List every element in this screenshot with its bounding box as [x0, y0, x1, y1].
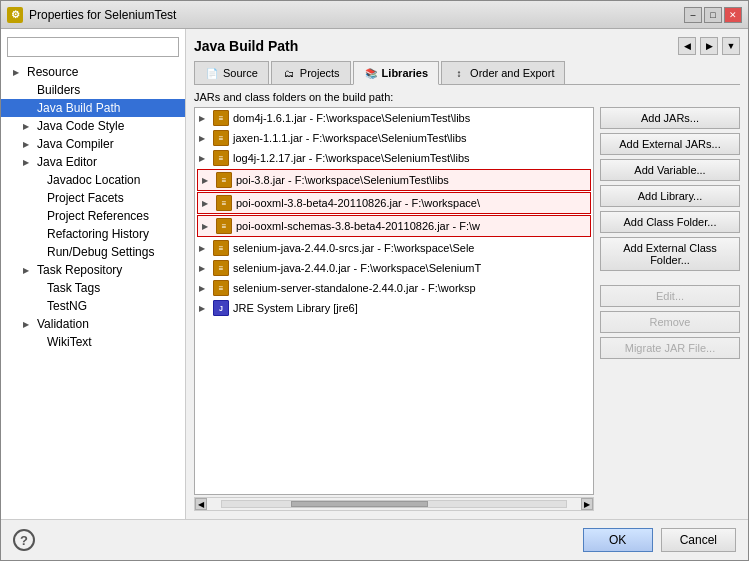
- tab-label-source: Source: [223, 67, 258, 79]
- nav-forward-icon[interactable]: ▶: [700, 37, 718, 55]
- jar-item-jaxen[interactable]: ▶≡jaxen-1.1.1.jar - F:\workspace\Seleniu…: [195, 128, 593, 148]
- sidebar-item-testng[interactable]: TestNG: [1, 297, 185, 315]
- nav-back-icon[interactable]: ◀: [678, 37, 696, 55]
- add-class-folder-button[interactable]: Add Class Folder...: [600, 211, 740, 233]
- horizontal-scrollbar[interactable]: ◀ ▶: [194, 497, 594, 511]
- jar-item-selenium-srcs[interactable]: ▶≡selenium-java-2.44.0-srcs.jar - F:\wor…: [195, 238, 593, 258]
- sidebar-item-project-references[interactable]: Project References: [1, 207, 185, 225]
- sidebar-item-label: Validation: [37, 317, 89, 331]
- jar-arrow-icon: ▶: [202, 222, 212, 231]
- libraries-tab-icon: 📚: [364, 66, 378, 80]
- maximize-button[interactable]: □: [704, 7, 722, 23]
- jar-item-poi-ooxml[interactable]: ▶≡poi-ooxml-3.8-beta4-20110826.jar - F:\…: [197, 192, 591, 214]
- sidebar-item-task-tags[interactable]: Task Tags: [1, 279, 185, 297]
- jar-item-selenium-server[interactable]: ▶≡selenium-server-standalone-2.44.0.jar …: [195, 278, 593, 298]
- search-input[interactable]: [7, 37, 179, 57]
- scrollbar-thumb[interactable]: [291, 501, 429, 507]
- sidebar-item-refactoring-history[interactable]: Refactoring History: [1, 225, 185, 243]
- dropdown-icon[interactable]: ▼: [722, 37, 740, 55]
- sidebar-item-label: Task Repository: [37, 263, 122, 277]
- ok-button[interactable]: OK: [583, 528, 653, 552]
- jar-item-selenium-jar[interactable]: ▶≡selenium-java-2.44.0.jar - F:\workspac…: [195, 258, 593, 278]
- sidebar-item-builders[interactable]: Builders: [1, 81, 185, 99]
- add-library-button[interactable]: Add Library...: [600, 185, 740, 207]
- jar-arrow-icon: ▶: [202, 199, 212, 208]
- sidebar-item-java-compiler[interactable]: ▶Java Compiler: [1, 135, 185, 153]
- tab-projects[interactable]: 🗂Projects: [271, 61, 351, 84]
- tab-label-projects: Projects: [300, 67, 340, 79]
- description-text: JARs and class folders on the build path…: [194, 91, 740, 103]
- sidebar-item-validation[interactable]: ▶Validation: [1, 315, 185, 333]
- sidebar-item-label: Java Build Path: [37, 101, 120, 115]
- main-panel: Java Build Path ◀ ▶ ▼ 📄Source🗂Projects📚L…: [186, 29, 748, 519]
- jar-icon: ≡: [213, 110, 229, 126]
- jar-item-log4j[interactable]: ▶≡log4j-1.2.17.jar - F:\workspace\Seleni…: [195, 148, 593, 168]
- close-button[interactable]: ✕: [724, 7, 742, 23]
- tabs-row: 📄Source🗂Projects📚Libraries↕Order and Exp…: [194, 61, 740, 85]
- cancel-button[interactable]: Cancel: [661, 528, 736, 552]
- jar-arrow-icon: ▶: [199, 244, 209, 253]
- jar-arrow-icon: ▶: [199, 304, 209, 313]
- remove-button: Remove: [600, 311, 740, 333]
- sidebar-item-java-code-style[interactable]: ▶Java Code Style: [1, 117, 185, 135]
- jar-arrow-icon: ▶: [202, 176, 212, 185]
- jar-icon: ≡: [213, 240, 229, 256]
- jar-icon: ≡: [213, 150, 229, 166]
- sidebar-item-javadoc-location[interactable]: Javadoc Location: [1, 171, 185, 189]
- tree-arrow-icon: ▶: [23, 158, 33, 167]
- sidebar: ▶ResourceBuildersJava Build Path▶Java Co…: [1, 29, 186, 519]
- jar-arrow-icon: ▶: [199, 284, 209, 293]
- add-variable-button[interactable]: Add Variable...: [600, 159, 740, 181]
- jar-item-poi[interactable]: ▶≡poi-3.8.jar - F:\workspace\SeleniumTes…: [197, 169, 591, 191]
- minimize-button[interactable]: –: [684, 7, 702, 23]
- jar-label: selenium-java-2.44.0.jar - F:\workspace\…: [233, 262, 481, 274]
- libraries-area: ▶≡dom4j-1.6.1.jar - F:\workspace\Seleniu…: [194, 107, 740, 511]
- tree-arrow-icon: ▶: [23, 320, 33, 329]
- sidebar-item-resource[interactable]: ▶Resource: [1, 63, 185, 81]
- jar-arrow-icon: ▶: [199, 264, 209, 273]
- jar-icon: ≡: [213, 260, 229, 276]
- bottom-bar: ? OK Cancel: [1, 519, 748, 560]
- jar-icon: ≡: [216, 195, 232, 211]
- main-content: ▶ResourceBuildersJava Build Path▶Java Co…: [1, 29, 748, 519]
- add-external-jars-button[interactable]: Add External JARs...: [600, 133, 740, 155]
- tab-source[interactable]: 📄Source: [194, 61, 269, 84]
- search-box[interactable]: [7, 37, 179, 57]
- jar-arrow-icon: ▶: [199, 134, 209, 143]
- scroll-right-button[interactable]: ▶: [581, 498, 593, 510]
- dialog: ⚙ Properties for SeleniumTest – □ ✕ ▶Res…: [0, 0, 749, 561]
- titlebar-buttons: – □ ✕: [684, 7, 742, 23]
- sidebar-item-task-repository[interactable]: ▶Task Repository: [1, 261, 185, 279]
- action-buttons-column: Add JARs...Add External JARs...Add Varia…: [600, 107, 740, 511]
- sidebar-item-wikitext[interactable]: WikiText: [1, 333, 185, 351]
- jar-item-jre-system[interactable]: ▶JJRE System Library [jre6]: [195, 298, 593, 318]
- tab-label-order-export: Order and Export: [470, 67, 554, 79]
- jar-label: poi-ooxml-schemas-3.8-beta4-20110826.jar…: [236, 220, 480, 232]
- jar-icon: ≡: [213, 280, 229, 296]
- jar-icon: ≡: [213, 130, 229, 146]
- sidebar-item-java-build-path[interactable]: Java Build Path: [1, 99, 185, 117]
- sidebar-items-container: ▶ResourceBuildersJava Build Path▶Java Co…: [1, 63, 185, 351]
- jar-label: selenium-server-standalone-2.44.0.jar - …: [233, 282, 476, 294]
- sidebar-item-label: Builders: [37, 83, 80, 97]
- help-button[interactable]: ?: [13, 529, 35, 551]
- tab-libraries[interactable]: 📚Libraries: [353, 61, 439, 85]
- sidebar-item-java-editor[interactable]: ▶Java Editor: [1, 153, 185, 171]
- jar-item-poi-ooxml-schemas[interactable]: ▶≡poi-ooxml-schemas-3.8-beta4-20110826.j…: [197, 215, 591, 237]
- sidebar-item-run-debug-settings[interactable]: Run/Debug Settings: [1, 243, 185, 261]
- sidebar-item-project-facets[interactable]: Project Facets: [1, 189, 185, 207]
- add-jars-button[interactable]: Add JARs...: [600, 107, 740, 129]
- panel-header-icons: ◀ ▶ ▼: [678, 37, 740, 55]
- source-tab-icon: 📄: [205, 66, 219, 80]
- scroll-left-button[interactable]: ◀: [195, 498, 207, 510]
- jar-icon: ≡: [216, 172, 232, 188]
- sidebar-item-label: Project Facets: [47, 191, 124, 205]
- sidebar-item-label: Run/Debug Settings: [47, 245, 154, 259]
- add-external-class-folder-button[interactable]: Add External Class Folder...: [600, 237, 740, 271]
- jar-item-dom4j[interactable]: ▶≡dom4j-1.6.1.jar - F:\workspace\Seleniu…: [195, 108, 593, 128]
- jar-list: ▶≡dom4j-1.6.1.jar - F:\workspace\Seleniu…: [195, 108, 593, 318]
- edit-button: Edit...: [600, 285, 740, 307]
- tab-order-export[interactable]: ↕Order and Export: [441, 61, 565, 84]
- scrollbar-track[interactable]: [221, 500, 567, 508]
- jar-list-container[interactable]: ▶≡dom4j-1.6.1.jar - F:\workspace\Seleniu…: [194, 107, 594, 495]
